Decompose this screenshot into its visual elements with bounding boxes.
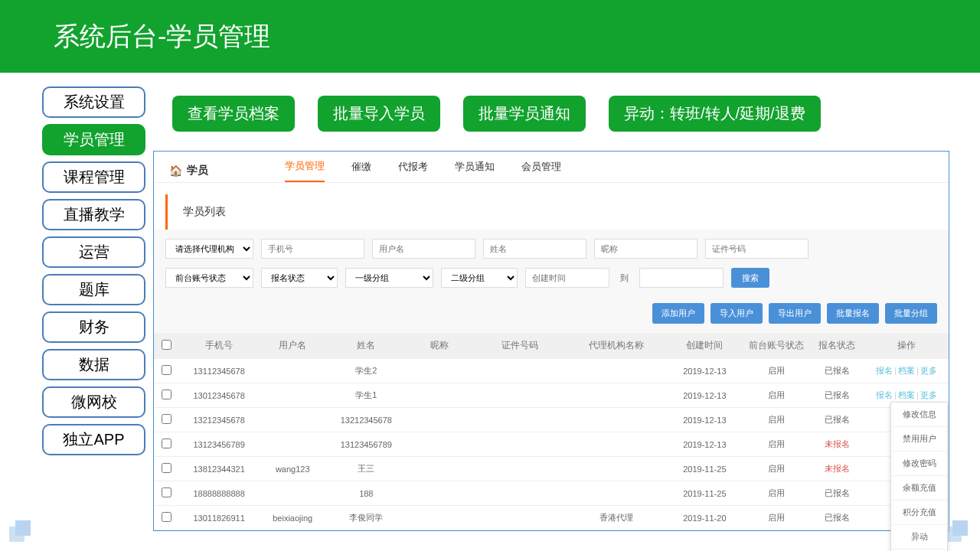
- home-icon: 🏠: [169, 165, 182, 177]
- cell-cert: [473, 383, 566, 408]
- action-reg[interactable]: 报名: [876, 366, 893, 375]
- cell-user: beixiaojing: [259, 506, 326, 530]
- username-input[interactable]: [372, 239, 475, 259]
- group1-select[interactable]: 一级分组: [345, 268, 433, 288]
- th-nick: 昵称: [406, 333, 473, 359]
- cell-phone: 13812344321: [179, 457, 259, 481]
- cell-reg: 已报名: [810, 506, 864, 530]
- cell-agent: 香港代理: [566, 506, 667, 530]
- row-checkbox[interactable]: [162, 487, 172, 497]
- table-header-row: 手机号 用户名 姓名 昵称 证件号码 代理机构名称 创建时间 前台账号状态 报名…: [154, 333, 949, 359]
- cell-date: 2019-12-13: [667, 432, 743, 457]
- phone-input[interactable]: [261, 239, 364, 259]
- export-user-button[interactable]: 导出用户: [769, 303, 821, 324]
- cell-nick: [406, 359, 473, 383]
- cell-user: wang123: [259, 457, 326, 481]
- sidebar-item-live[interactable]: 直播教学: [42, 199, 145, 230]
- cell-agent: [566, 408, 667, 432]
- row-checkbox[interactable]: [162, 512, 172, 522]
- import-user-button[interactable]: 导入用户: [710, 303, 763, 324]
- name-input[interactable]: [483, 239, 586, 259]
- dropdown-edit-info[interactable]: 修改信息: [891, 403, 947, 427]
- select-all-checkbox[interactable]: [162, 340, 172, 350]
- bulk-row: 添加用户 导入用户 导出用户 批量报名 批量分组: [154, 297, 949, 333]
- sidebar-item-course[interactable]: 课程管理: [42, 161, 145, 193]
- dropdown-balance-recharge[interactable]: 余额充值: [891, 476, 947, 500]
- create-time-to-input[interactable]: [639, 268, 724, 288]
- sidebar-item-student[interactable]: 学员管理: [42, 124, 145, 155]
- agency-select[interactable]: 请选择代理机构: [165, 239, 253, 259]
- cell-nick: [406, 457, 473, 481]
- row-checkbox[interactable]: [162, 390, 172, 399]
- cell-phone: 13011826911: [179, 506, 259, 530]
- tab-student-manage[interactable]: 学员管理: [285, 159, 325, 182]
- header: 系统后台-学员管理: [0, 0, 980, 73]
- sidebar-item-data[interactable]: 数据: [42, 349, 145, 380]
- sidebar-item-finance[interactable]: 财务: [42, 311, 145, 343]
- row-checkbox[interactable]: [162, 463, 172, 473]
- bulk-reg-button[interactable]: 批量报名: [827, 303, 879, 324]
- bulk-group-button[interactable]: 批量分组: [885, 303, 937, 324]
- cell-name: 学生2: [326, 359, 406, 383]
- sidebar-item-system[interactable]: 系统设置: [42, 86, 145, 118]
- to-label: 到: [617, 268, 632, 288]
- action-file[interactable]: 档案: [898, 366, 915, 375]
- cell-cert: [473, 506, 566, 530]
- sidebar-item-webschool[interactable]: 微网校: [42, 386, 145, 418]
- cell-nick: [406, 481, 473, 506]
- search-button[interactable]: 搜索: [731, 268, 769, 288]
- view-profile-button[interactable]: 查看学员档案: [172, 96, 295, 132]
- cell-cert: [473, 359, 566, 383]
- tab-member[interactable]: 会员管理: [521, 160, 561, 181]
- cell-action: 报名|档案|更多: [864, 359, 949, 383]
- sidebar-item-app[interactable]: 独立APP: [42, 424, 145, 455]
- reg-status-select[interactable]: 报名状态: [261, 268, 338, 288]
- group2-select[interactable]: 二级分组: [441, 268, 518, 288]
- row-checkbox[interactable]: [162, 365, 172, 375]
- th-reg: 报名状态: [810, 333, 864, 359]
- th-phone: 手机号: [179, 333, 259, 359]
- cell-user: [259, 359, 326, 383]
- add-user-button[interactable]: 添加用户: [652, 303, 704, 324]
- cell-nick: [406, 383, 473, 408]
- cert-input[interactable]: [705, 239, 808, 259]
- cell-user: [259, 408, 326, 432]
- cell-agent: [566, 457, 667, 481]
- bulk-import-button[interactable]: 批量导入学员: [318, 96, 440, 132]
- filter-row-1: 请选择代理机构: [154, 230, 949, 268]
- action-more[interactable]: 更多: [920, 366, 937, 375]
- cell-phone: 13212345678: [179, 408, 259, 432]
- decoration-br: [946, 520, 971, 545]
- cell-date: 2019-12-13: [667, 408, 743, 432]
- dropdown-disable-user[interactable]: 禁用用户: [891, 427, 947, 452]
- cell-phone: 13123456789: [179, 432, 259, 457]
- nickname-input[interactable]: [594, 239, 697, 259]
- bulk-notify-button[interactable]: 批量学员通知: [463, 96, 586, 132]
- tab-proxy-exam[interactable]: 代报考: [398, 160, 428, 181]
- filter-row-2: 前台账号状态 报名状态 一级分组 二级分组 到 搜索: [154, 268, 949, 297]
- dropdown-transfer[interactable]: 异动: [891, 525, 947, 549]
- row-checkbox[interactable]: [162, 439, 172, 448]
- tab-student-notify[interactable]: 学员通知: [455, 160, 495, 181]
- sidebar-item-quiz[interactable]: 题库: [42, 274, 145, 305]
- action-reg[interactable]: 报名: [876, 390, 893, 399]
- table-row: 13123456789131234567892019-12-13启用未报名: [154, 432, 949, 457]
- create-time-from-input[interactable]: [525, 268, 609, 288]
- action-more[interactable]: 更多: [920, 390, 937, 399]
- cell-nick: [406, 408, 473, 432]
- sidebar-item-operation[interactable]: 运营: [42, 236, 145, 268]
- transfer-button[interactable]: 异动：转班/转人/延期/退费: [609, 96, 821, 132]
- cell-status: 启用: [743, 359, 810, 383]
- action-file[interactable]: 档案: [898, 390, 915, 399]
- page-title: 系统后台-学员管理: [54, 19, 270, 54]
- tab-remind[interactable]: 催缴: [351, 160, 371, 181]
- table-row: 13012345678学生12019-12-13启用已报名报名|档案|更多: [154, 383, 949, 408]
- dropdown-change-pwd[interactable]: 修改密码: [891, 452, 947, 476]
- dropdown-points-recharge[interactable]: 积分充值: [891, 500, 947, 525]
- row-checkbox[interactable]: [162, 414, 172, 424]
- cell-name: 13123456789: [326, 432, 406, 457]
- account-status-select[interactable]: 前台账号状态: [165, 268, 253, 288]
- cell-name: 李俊同学: [326, 506, 406, 530]
- cell-agent: [566, 481, 667, 506]
- cell-agent: [566, 432, 667, 457]
